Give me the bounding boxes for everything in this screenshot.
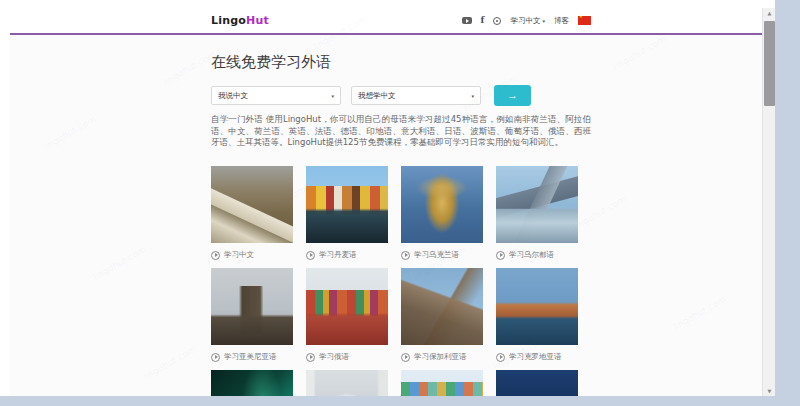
vertical-scrollbar[interactable]: ▲ ▼	[762, 8, 775, 396]
watermark-text: lingohut.com	[161, 49, 217, 87]
card-label-text: 学习亚美尼亚语	[224, 352, 277, 362]
play-circle-icon	[306, 353, 315, 362]
watermark-text: lingohut.com	[671, 294, 727, 332]
logo-part-lingo: Lingo	[211, 14, 246, 27]
china-flag-icon[interactable]	[578, 16, 591, 25]
language-menu-label: 学习中文	[510, 16, 540, 26]
watermark-text: lingohut.com	[91, 244, 147, 282]
card-learn-danish[interactable]: 学习丹麦语	[306, 166, 388, 268]
language-card-grid: 学习中文 学习丹麦语 学习乌克兰语 学习乌尔都语 学习亚美尼亚语 学习俄语	[211, 166, 591, 397]
card-label: 学习乌尔都语	[496, 243, 578, 268]
chevron-down-icon: ▾	[331, 93, 334, 99]
facebook-icon[interactable]: f	[481, 16, 485, 25]
card-learn-croatian[interactable]: 学习克罗地亚语	[496, 268, 578, 370]
blog-link-label: 博客	[554, 16, 569, 26]
card-image-budapest-parliament-night	[496, 370, 578, 397]
learn-language-select[interactable]: 我想学中文 ▾	[351, 86, 481, 105]
watermark-text: lingohut.com	[41, 114, 97, 152]
card-row3-3[interactable]	[401, 370, 483, 397]
scrollbar-thumb[interactable]	[764, 21, 775, 106]
arrow-right-icon: →	[507, 89, 518, 101]
card-image-gaudi-mosaic-towers	[401, 370, 483, 397]
card-learn-armenian[interactable]: 学习亚美尼亚语	[211, 268, 293, 370]
card-label-text: 学习克罗地亚语	[509, 352, 562, 362]
card-label-text: 学习中文	[224, 250, 254, 260]
card-label-text: 学习保加利亚语	[414, 352, 467, 362]
card-image-white-cathedral-dome	[306, 370, 388, 397]
card-label-text: 学习乌尔都语	[509, 250, 554, 260]
card-label: 学习乌克兰语	[401, 243, 483, 268]
card-label: 学习中文	[211, 243, 293, 268]
speak-language-value: 我说中文	[218, 91, 248, 101]
card-row3-4[interactable]	[496, 370, 578, 397]
card-image-aurora-night-sky	[211, 370, 293, 397]
lingohut-logo[interactable]: LingoHut	[211, 14, 269, 27]
intro-paragraph: 自学一门外语 使用LingoHut，你可以用自己的母语来学习超过45种语言，例如…	[211, 114, 591, 149]
card-label: 学习俄语	[306, 345, 388, 370]
blog-link[interactable]: 博客	[554, 16, 569, 26]
card-image-great-wall	[211, 166, 293, 243]
card-image-kyiv-angel-monument	[401, 166, 483, 243]
go-button[interactable]: →	[494, 85, 531, 106]
card-image-dubrovnik-coast	[496, 268, 578, 345]
card-image-st-basils-cathedral	[306, 268, 388, 345]
play-circle-icon	[401, 251, 410, 260]
card-label: 学习克罗地亚语	[496, 345, 578, 370]
language-selector-row: 我说中文 ▾ 我想学中文 ▾ →	[211, 85, 591, 106]
card-row3-2[interactable]	[306, 370, 388, 397]
card-learn-russian[interactable]: 学习俄语	[306, 268, 388, 370]
watermark-text: lingohut.com	[611, 34, 667, 72]
card-learn-urdu[interactable]: 学习乌尔都语	[496, 166, 578, 268]
learn-language-value: 我想学中文	[358, 91, 396, 101]
page-title: 在线免费学习外语	[211, 53, 591, 72]
play-circle-icon	[496, 251, 505, 260]
card-learn-bulgarian[interactable]: 学习保加利亚语	[401, 268, 483, 370]
play-circle-icon	[496, 353, 505, 362]
card-label-text: 学习俄语	[319, 352, 349, 362]
card-learn-chinese[interactable]: 学习中文	[211, 166, 293, 268]
card-learn-ukrainian[interactable]: 学习乌克兰语	[401, 166, 483, 268]
header-nav: f 学习中文 ▾ 博客	[462, 16, 591, 26]
card-label: 学习亚美尼亚语	[211, 345, 293, 370]
site-header: LingoHut f 学习中文 ▾ 博客	[10, 8, 762, 35]
window-frame-bottom	[0, 396, 800, 406]
speak-language-select[interactable]: 我说中文 ▾	[211, 86, 341, 105]
play-circle-icon	[211, 353, 220, 362]
play-circle-icon	[401, 353, 410, 362]
chevron-down-icon: ▾	[542, 18, 545, 24]
card-label: 学习保加利亚语	[401, 345, 483, 370]
chevron-down-icon: ▾	[471, 93, 474, 99]
play-circle-icon	[211, 251, 220, 260]
logo-part-hut: Hut	[246, 14, 269, 27]
card-label: 学习丹麦语	[306, 243, 388, 268]
card-image-belogradchik-rocks	[401, 268, 483, 345]
pinterest-icon[interactable]	[493, 17, 501, 25]
window-frame-right	[775, 0, 800, 406]
main-content: 在线免费学习外语 我说中文 ▾ 我想学中文 ▾ → 自学一门外语 使用Lingo…	[211, 53, 591, 396]
watermark-text: lingohut.com	[141, 344, 197, 382]
youtube-icon[interactable]	[462, 17, 472, 24]
card-row3-1[interactable]	[211, 370, 293, 397]
play-circle-icon	[306, 251, 315, 260]
card-image-nyhavn-harbor	[306, 166, 388, 243]
card-label-text: 学习乌克兰语	[414, 250, 459, 260]
card-image-mountain-lake	[496, 166, 578, 243]
card-image-armenian-monastery	[211, 268, 293, 345]
browser-viewport: LingoHut f 学习中文 ▾ 博客 在线免费学习外语 我说中文	[10, 8, 762, 396]
language-menu[interactable]: 学习中文 ▾	[510, 16, 545, 26]
card-label-text: 学习丹麦语	[319, 250, 357, 260]
